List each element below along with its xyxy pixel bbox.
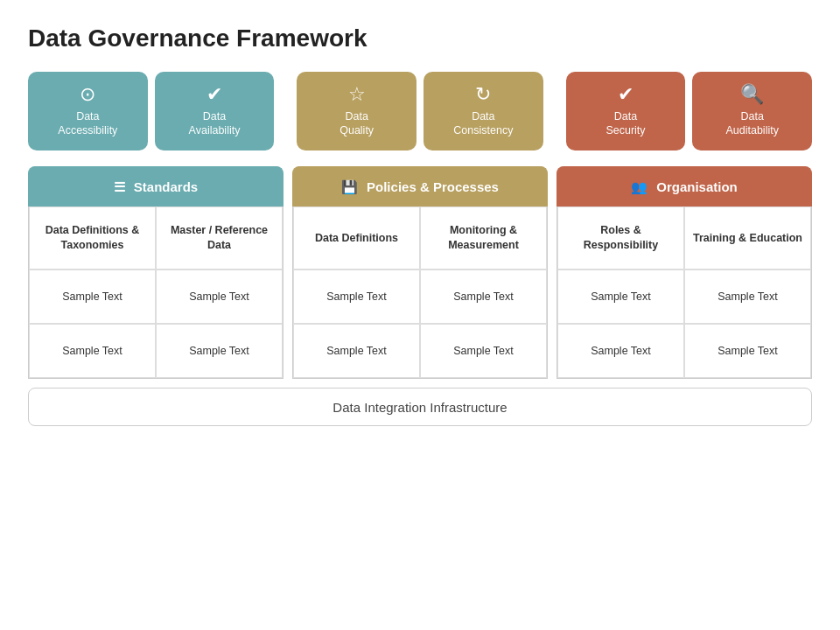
main-body: ☰ Standards Data Definitions & Taxonomie…: [28, 166, 812, 379]
standards-col1-row1: Sample Text: [29, 270, 156, 324]
tile-data-quality: ☆ Data Quality: [297, 72, 416, 150]
organisation-col2-row2: Sample Text: [684, 324, 811, 378]
tile-data-security: ✔ Data Security: [566, 72, 686, 150]
tile-data-availability: ✔ Data Availability: [155, 72, 275, 150]
quality-icon: ☆: [348, 85, 366, 104]
policies-col2-header: Monitoring & Measurement: [420, 206, 547, 270]
page-title: Data Governance Framework: [28, 24, 812, 52]
standards-col1-header: Data Definitions & Taxonomies: [29, 206, 156, 270]
accessibility-icon: ⊙: [80, 85, 95, 104]
policies-cells: Data Definitions Monitoring & Measuremen…: [292, 206, 548, 379]
tile-data-auditability: 🔍 Data Auditability: [692, 72, 812, 150]
tile-data-accessibility: ⊙ Data Accessibility: [28, 72, 148, 150]
policies-col1-row1: Sample Text: [293, 270, 420, 324]
standards-header: ☰ Standards: [28, 166, 284, 206]
organisation-header: 👥 Organisation: [556, 166, 812, 206]
organisation-cells: Roles & Responsibility Training & Educat…: [556, 206, 812, 379]
standards-col2-row2: Sample Text: [156, 324, 283, 378]
standards-col1-row2: Sample Text: [29, 324, 156, 378]
standards-col2-row1: Sample Text: [156, 270, 283, 324]
policies-block: 💾 Policies & Processes Data Definitions …: [292, 166, 548, 379]
standards-col2-header: Master / Reference Data: [156, 206, 283, 270]
auditability-icon: 🔍: [740, 85, 764, 104]
policies-col2-row2: Sample Text: [420, 324, 547, 378]
organisation-icon: 👥: [631, 179, 648, 195]
organisation-col1-header: Roles & Responsibility: [557, 206, 684, 270]
icon-tiles-row: ⊙ Data Accessibility ✔ Data Availability…: [28, 72, 812, 150]
policies-col2-row1: Sample Text: [420, 270, 547, 324]
standards-icon: ☰: [114, 179, 125, 195]
policies-col1-row2: Sample Text: [293, 324, 420, 378]
availability-icon: ✔: [206, 85, 222, 104]
policies-header: 💾 Policies & Processes: [292, 166, 548, 206]
organisation-col2-header: Training & Education: [684, 206, 811, 270]
consistency-icon: ↻: [475, 85, 491, 104]
organisation-block: 👥 Organisation Roles & Responsibility Tr…: [556, 166, 812, 379]
organisation-col1-row2: Sample Text: [557, 324, 684, 378]
tile-data-consistency: ↻ Data Consistency: [424, 72, 543, 150]
organisation-col1-row1: Sample Text: [557, 270, 684, 324]
standards-cells: Data Definitions & Taxonomies Master / R…: [28, 206, 284, 379]
security-icon: ✔: [618, 85, 634, 104]
bottom-bar: Data Integration Infrastructure: [28, 388, 812, 426]
standards-block: ☰ Standards Data Definitions & Taxonomie…: [28, 166, 284, 379]
policies-icon: 💾: [341, 179, 358, 195]
page: Data Governance Framework ⊙ Data Accessi…: [0, 0, 840, 630]
organisation-col2-row1: Sample Text: [684, 270, 811, 324]
policies-col1-header: Data Definitions: [293, 206, 420, 270]
